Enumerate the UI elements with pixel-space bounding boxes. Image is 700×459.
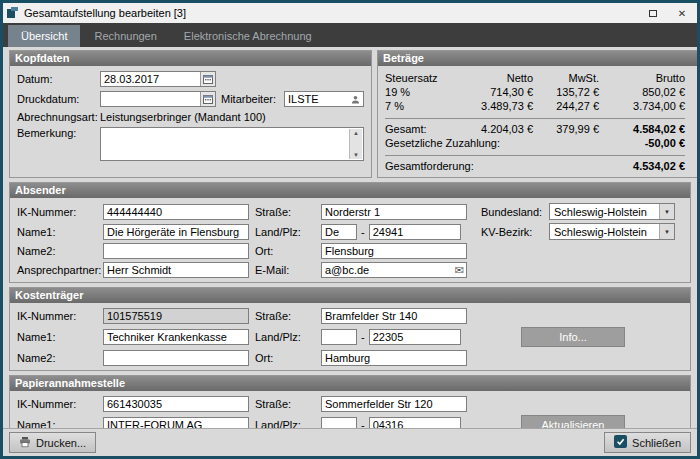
landplz-separator: - bbox=[361, 331, 365, 343]
group-kopfdaten: Kopfdaten Datum: Druckdatum: bbox=[9, 50, 372, 178]
datum-input[interactable] bbox=[100, 71, 216, 87]
kostentraeger-land-input[interactable] bbox=[321, 329, 357, 345]
bundesland-label: Bundesland: bbox=[481, 206, 543, 218]
strasse-label: Straße: bbox=[255, 206, 315, 218]
druckdatum-field-wrap bbox=[100, 91, 216, 107]
drucken-button[interactable]: Drucken... bbox=[9, 432, 96, 453]
bundesland-select[interactable]: Schleswig-Holstein ▼ bbox=[549, 203, 675, 220]
footer-bar: Drucken... Schließen bbox=[3, 428, 697, 456]
chevron-down-icon[interactable]: ▼ bbox=[659, 204, 674, 219]
absender-email-input[interactable] bbox=[321, 262, 467, 278]
aktualisieren-button[interactable]: Aktualisieren bbox=[521, 415, 625, 428]
landplz-label: Land/Plz: bbox=[255, 226, 315, 238]
druckdatum-input[interactable] bbox=[100, 91, 216, 107]
col-mwst: MwSt. bbox=[533, 71, 599, 85]
name1-label: Name1: bbox=[17, 226, 97, 238]
gesamt-netto: 4.204,03 € bbox=[447, 122, 533, 136]
papier-land-input[interactable] bbox=[321, 417, 357, 428]
absender-land-input[interactable] bbox=[321, 224, 357, 240]
gesamt-mwst: 379,99 € bbox=[533, 122, 599, 136]
absender-plz-input[interactable] bbox=[369, 224, 461, 240]
tax-row-brutto: 850,02 € bbox=[599, 85, 685, 99]
tab-uebersicht[interactable]: Übersicht bbox=[8, 25, 80, 47]
absender-ort-input[interactable] bbox=[321, 243, 467, 259]
group-kostentraeger-title: Kostenträger bbox=[10, 288, 690, 303]
close-button[interactable]: ✕ bbox=[670, 5, 694, 21]
titlebar: Gesamtaufstellung bearbeiten [3] ✕ bbox=[3, 3, 697, 23]
close-dialog-icon bbox=[614, 435, 627, 450]
group-betraege: Beträge Steuersatz Netto MwSt. Brutto 19… bbox=[377, 50, 697, 178]
absender-name2-input[interactable] bbox=[103, 243, 249, 259]
papier-name1-input[interactable] bbox=[103, 417, 249, 428]
tax-row-netto: 3.489,73 € bbox=[447, 99, 533, 113]
main-content: Kopfdaten Datum: Druckdatum: bbox=[3, 47, 697, 428]
bemerkung-scrollbar[interactable]: ▲ ▼ bbox=[349, 129, 362, 159]
kostentraeger-name2-input[interactable] bbox=[103, 350, 249, 366]
tab-elektronische-abrechnung[interactable]: Elektronische Abrechnung bbox=[171, 25, 325, 47]
gesamt-label: Gesamt: bbox=[385, 122, 447, 136]
landplz-label: Land/Plz: bbox=[255, 331, 315, 343]
scroll-down-icon[interactable]: ▼ bbox=[353, 152, 359, 158]
kostentraeger-name1-input[interactable] bbox=[103, 329, 249, 345]
mitarbeiter-field-wrap bbox=[284, 91, 364, 107]
tax-row-rate: 19 % bbox=[385, 85, 447, 99]
kv-bezirk-label: KV-Bezirk: bbox=[481, 226, 543, 238]
calendar-icon[interactable] bbox=[200, 72, 215, 86]
name1-label: Name1: bbox=[17, 331, 97, 343]
kostentraeger-ik-input[interactable] bbox=[103, 308, 249, 324]
kostentraeger-plz-input[interactable] bbox=[369, 329, 461, 345]
ort-label: Ort: bbox=[255, 352, 315, 364]
group-betraege-title: Beträge bbox=[378, 51, 697, 66]
ik-label: IK-Nummer: bbox=[17, 206, 97, 218]
person-icon[interactable] bbox=[348, 92, 363, 106]
calendar-icon[interactable] bbox=[200, 92, 215, 106]
group-absender-title: Absender bbox=[10, 183, 690, 198]
abrechnungsart-label: Abrechnungsart: bbox=[17, 111, 95, 123]
ansprechpartner-label: Ansprechpartner: bbox=[17, 264, 97, 276]
schliessen-button[interactable]: Schließen bbox=[604, 432, 691, 453]
papier-strasse-input[interactable] bbox=[321, 396, 467, 412]
col-brutto: Brutto bbox=[599, 71, 685, 85]
maximize-button[interactable] bbox=[641, 5, 665, 21]
kostentraeger-strasse-input[interactable] bbox=[321, 308, 467, 324]
name2-label: Name2: bbox=[17, 352, 97, 364]
bemerkung-textarea[interactable]: ▲ ▼ bbox=[100, 127, 364, 161]
strasse-label: Straße: bbox=[255, 310, 315, 322]
strasse-label: Straße: bbox=[255, 398, 315, 410]
email-label: E-Mail: bbox=[255, 264, 315, 276]
papier-plz-input[interactable] bbox=[369, 417, 461, 428]
landplz-separator: - bbox=[361, 226, 365, 238]
druckdatum-label: Druckdatum: bbox=[17, 93, 95, 105]
info-button[interactable]: Info... bbox=[521, 327, 625, 347]
absender-ik-input[interactable] bbox=[103, 204, 249, 220]
envelope-icon[interactable]: ✉ bbox=[455, 262, 464, 278]
divider bbox=[385, 118, 685, 119]
dialog-gesamtaufstellung: Gesamtaufstellung bearbeiten [3] ✕ Übers… bbox=[0, 0, 700, 459]
tax-row-netto: 714,30 € bbox=[447, 85, 533, 99]
gesamtforderung-value: 4.534,02 € bbox=[599, 159, 685, 173]
tab-rechnungen[interactable]: Rechnungen bbox=[81, 25, 169, 47]
printer-icon bbox=[19, 436, 31, 450]
group-papierannahmestelle-title: Papierannahmestelle bbox=[10, 376, 690, 391]
chevron-down-icon[interactable]: ▼ bbox=[659, 224, 674, 239]
landplz-separator: - bbox=[361, 419, 365, 428]
absender-ansprechpartner-input[interactable] bbox=[103, 262, 249, 278]
kostentraeger-ort-input[interactable] bbox=[321, 350, 467, 366]
absender-strasse-input[interactable] bbox=[321, 204, 467, 220]
divider bbox=[385, 155, 685, 156]
datum-field-wrap bbox=[100, 71, 216, 87]
absender-name1-input[interactable] bbox=[103, 224, 249, 240]
betraege-table: Steuersatz Netto MwSt. Brutto 19 % 714,3… bbox=[378, 66, 678, 177]
datum-label: Datum: bbox=[17, 73, 95, 85]
papier-ik-input[interactable] bbox=[103, 396, 249, 412]
absender-email-wrap: ✉ bbox=[321, 262, 467, 278]
tab-strip: Übersicht Rechnungen Elektronische Abrec… bbox=[3, 23, 697, 47]
kostentraeger-landplz-wrap: - bbox=[321, 329, 467, 345]
group-kostentraeger: Kostenträger IK-Nummer: Straße: Name1: L… bbox=[9, 287, 691, 371]
zuzahlung-value: -50,00 € bbox=[599, 136, 685, 150]
scroll-up-icon[interactable]: ▲ bbox=[353, 130, 359, 136]
gesamtforderung-label: Gesamtforderung: bbox=[385, 159, 599, 173]
absender-landplz-wrap: - bbox=[321, 224, 467, 240]
kv-bezirk-select[interactable]: Schleswig-Holstein ▼ bbox=[549, 223, 675, 240]
ik-label: IK-Nummer: bbox=[17, 398, 97, 410]
